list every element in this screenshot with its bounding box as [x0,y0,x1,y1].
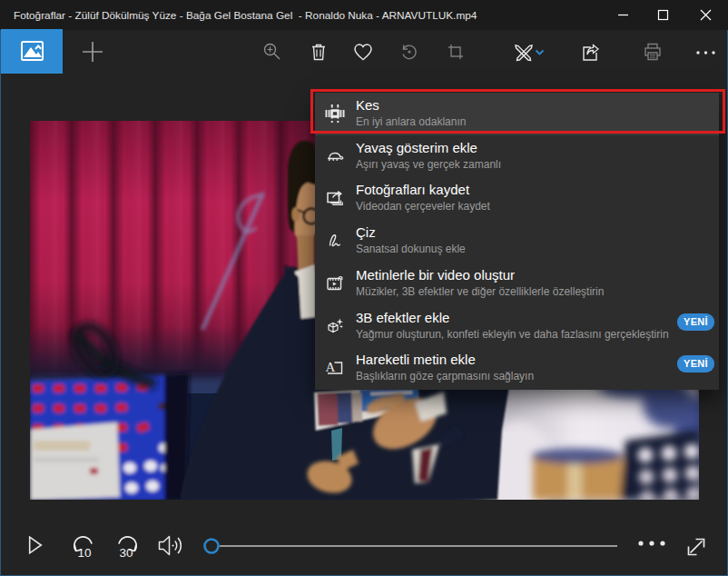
svg-text:30: 30 [119,546,133,560]
svg-text:A: A [326,360,336,374]
svg-text:10: 10 [77,546,91,560]
